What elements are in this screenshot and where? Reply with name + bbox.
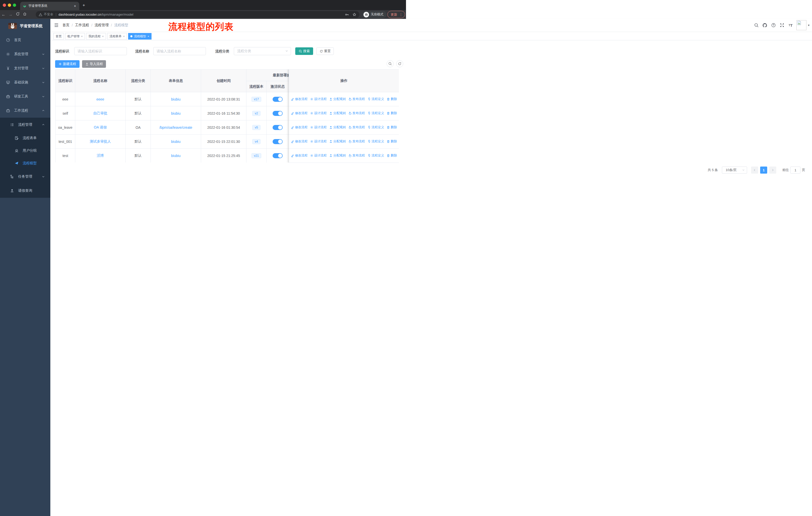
action-modify-link[interactable]: 修改流程 bbox=[291, 154, 308, 158]
sidebar-item-leave-query[interactable]: 请假查询 bbox=[0, 184, 50, 198]
action-assign-link[interactable]: 分配规则 bbox=[329, 139, 346, 144]
tag-process-model[interactable]: 流程模型× bbox=[128, 33, 151, 39]
process-name-link[interactable]: OA 请假 bbox=[94, 125, 107, 130]
form-info-link[interactable]: biubiu bbox=[171, 140, 180, 144]
active-toggle[interactable] bbox=[272, 139, 283, 144]
action-publish-link[interactable]: 发布流程 bbox=[348, 154, 365, 158]
sidebar-item-devtools[interactable]: 研发工具 bbox=[0, 89, 50, 104]
sidebar-item-home[interactable]: 首页 bbox=[0, 33, 50, 47]
action-publish-link[interactable]: 发布流程 bbox=[348, 111, 365, 115]
action-modify-link[interactable]: 修改流程 bbox=[291, 111, 308, 115]
forward-icon[interactable]: → bbox=[7, 12, 14, 17]
filter-id-label: 流程标识 bbox=[55, 47, 69, 55]
sidebar-item-workflow[interactable]: 工作流程 bbox=[0, 104, 50, 118]
process-name-link[interactable]: 测试多审批人 bbox=[90, 139, 111, 144]
tab-close-icon[interactable]: × bbox=[73, 4, 77, 8]
sidebar-toggle-icon[interactable] bbox=[54, 23, 59, 28]
toolbar-refresh-button[interactable] bbox=[396, 60, 403, 67]
process-name-link[interactable]: eeee bbox=[96, 97, 104, 101]
action-definition-link[interactable]: 流程定义 bbox=[368, 125, 384, 130]
tag-my-process[interactable]: 我的流程× bbox=[86, 33, 106, 39]
sidebar-item-task-management[interactable]: 任务管理 bbox=[0, 169, 50, 184]
action-design-link[interactable]: 设计流程 bbox=[310, 111, 327, 115]
browser-tab[interactable]: 芋道管理系统 × bbox=[20, 2, 79, 10]
tag-tenant[interactable]: 租户管理× bbox=[65, 33, 85, 39]
new-tab-button[interactable]: + bbox=[83, 3, 85, 7]
action-modify-link[interactable]: 修改流程 bbox=[291, 125, 308, 130]
active-toggle[interactable] bbox=[272, 125, 283, 130]
action-modify-link[interactable]: 修改流程 bbox=[291, 97, 308, 101]
version-badge[interactable]: v21 bbox=[252, 153, 261, 158]
action-delete-link[interactable]: 删除 bbox=[387, 139, 397, 144]
active-toggle[interactable] bbox=[272, 111, 283, 116]
tag-home[interactable]: 首页 bbox=[53, 33, 64, 39]
tag-close-icon[interactable]: × bbox=[81, 35, 83, 38]
action-assign-link[interactable]: 分配规则 bbox=[329, 97, 346, 101]
update-button[interactable]: 更新 ⋮ bbox=[387, 11, 405, 18]
version-badge[interactable]: v4 bbox=[252, 139, 261, 144]
active-toggle[interactable] bbox=[272, 153, 283, 158]
action-delete-link[interactable]: 删除 bbox=[387, 154, 397, 158]
action-publish-link[interactable]: 发布流程 bbox=[348, 139, 365, 144]
password-key-icon[interactable] bbox=[345, 12, 349, 17]
import-process-button[interactable]: 导入流程 bbox=[82, 60, 106, 68]
version-badge[interactable]: v5 bbox=[252, 125, 261, 130]
action-assign-link[interactable]: 分配规则 bbox=[329, 111, 346, 115]
home-icon[interactable] bbox=[21, 12, 28, 17]
back-icon[interactable]: ← bbox=[0, 12, 7, 17]
form-info-link[interactable]: biubiu bbox=[171, 154, 180, 158]
window-minimize-button[interactable] bbox=[8, 3, 11, 7]
sidebar-item-payment[interactable]: 支付管理 bbox=[0, 61, 50, 75]
action-design-link[interactable]: 设计流程 bbox=[310, 97, 327, 101]
action-design-link[interactable]: 设计流程 bbox=[310, 154, 327, 158]
sidebar-item-process-management[interactable]: 流程管理 bbox=[0, 118, 50, 132]
create-process-button[interactable]: 新建流程 bbox=[55, 60, 80, 68]
sidebar-item-process-model[interactable]: 流程模型 bbox=[0, 157, 50, 169]
process-name-link[interactable]: 滔博 bbox=[97, 154, 104, 158]
window-zoom-button[interactable] bbox=[13, 3, 16, 7]
process-id-input[interactable] bbox=[74, 47, 127, 55]
reload-icon[interactable] bbox=[14, 12, 21, 17]
breadcrumb-item[interactable]: 流程管理 bbox=[95, 23, 109, 27]
form-info-link[interactable]: biubiu bbox=[171, 111, 180, 115]
breadcrumb-item[interactable]: 工作流程 bbox=[75, 23, 89, 27]
sidebar-item-infrastructure[interactable]: 基础设施 bbox=[0, 75, 50, 89]
window-close-button[interactable] bbox=[3, 3, 6, 7]
action-publish-link[interactable]: 发布流程 bbox=[348, 125, 365, 130]
action-definition-link[interactable]: 流程定义 bbox=[368, 139, 384, 144]
toolbar-search-toggle-button[interactable] bbox=[387, 60, 394, 67]
tag-process-form[interactable]: 流程表单× bbox=[107, 33, 127, 39]
action-delete-link[interactable]: 删除 bbox=[387, 111, 397, 115]
action-definition-link[interactable]: 流程定义 bbox=[368, 154, 384, 158]
action-delete-link[interactable]: 删除 bbox=[387, 125, 397, 130]
bookmark-star-icon[interactable] bbox=[352, 12, 356, 17]
form-info-link[interactable]: /bpm/oa/leave/create bbox=[159, 126, 192, 130]
reset-button[interactable]: 重置 bbox=[316, 47, 334, 55]
process-name-link[interactable]: 自己审批 bbox=[93, 111, 108, 116]
url-bar[interactable]: 不安全 dashboard.yudao.iocoder.cn/bpm/manag… bbox=[36, 11, 359, 18]
tag-close-icon[interactable]: × bbox=[123, 35, 124, 38]
category-select[interactable]: 流程分类 bbox=[234, 47, 291, 55]
search-button[interactable]: 搜索 bbox=[295, 47, 313, 55]
action-assign-link[interactable]: 分配规则 bbox=[329, 125, 346, 130]
sidebar-item-process-form[interactable]: 流程表单 bbox=[0, 132, 50, 144]
version-badge[interactable]: v17 bbox=[252, 97, 261, 102]
version-badge[interactable]: v2 bbox=[252, 111, 261, 116]
action-design-link[interactable]: 设计流程 bbox=[310, 125, 327, 130]
action-design-link[interactable]: 设计流程 bbox=[310, 139, 327, 144]
action-definition-link[interactable]: 流程定义 bbox=[368, 111, 384, 115]
sidebar-item-system[interactable]: 系统管理 bbox=[0, 47, 50, 61]
tag-close-icon[interactable]: × bbox=[102, 35, 104, 38]
action-publish-link[interactable]: 发布流程 bbox=[348, 97, 365, 101]
sidebar-item-user-group[interactable]: 用户分组 bbox=[0, 144, 50, 157]
action-delete-link[interactable]: 删除 bbox=[387, 97, 397, 101]
browser-menu-icon[interactable]: ⋮ bbox=[399, 12, 403, 17]
action-modify-link[interactable]: 修改流程 bbox=[291, 139, 308, 144]
form-info-link[interactable]: biubiu bbox=[171, 97, 180, 101]
tag-close-icon[interactable]: × bbox=[147, 35, 149, 38]
active-toggle[interactable] bbox=[272, 97, 283, 102]
breadcrumb-item[interactable]: 首页 bbox=[62, 23, 69, 27]
action-definition-link[interactable]: 流程定义 bbox=[368, 97, 384, 101]
process-name-input[interactable] bbox=[153, 47, 206, 55]
action-assign-link[interactable]: 分配规则 bbox=[329, 154, 346, 158]
